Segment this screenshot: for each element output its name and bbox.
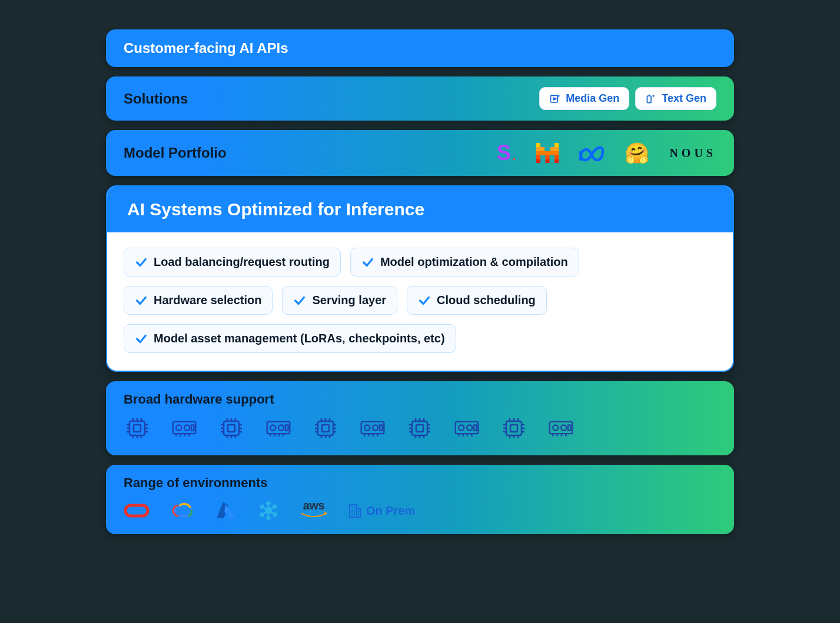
svg-rect-43 [125, 505, 148, 516]
gpu-chip-icon [265, 417, 292, 442]
svg-point-23 [278, 425, 284, 430]
svg-point-28 [364, 425, 370, 430]
gpu-chip-icon [453, 417, 480, 442]
portfolio-logos: S. 🤗 NOUS [497, 141, 716, 165]
feature-chip: Hardware selection [124, 286, 273, 315]
svg-rect-37 [506, 421, 522, 435]
feature-chip: Model asset management (LoRAs, checkpoin… [124, 324, 456, 353]
building-icon [348, 503, 361, 518]
feature-chip-label: Serving layer [312, 294, 386, 307]
svg-rect-12 [555, 159, 559, 163]
svg-rect-8 [546, 155, 550, 159]
check-icon [418, 294, 431, 307]
row-solutions-title: Solutions [124, 91, 188, 107]
huggingface-logo: 🤗 [625, 141, 649, 165]
cpu-chip-icon [500, 417, 527, 442]
svg-rect-18 [191, 425, 194, 430]
oracle-logo [124, 500, 150, 521]
feature-chip-label: Model optimization & compilation [380, 255, 568, 269]
feature-chip-label: Cloud scheduling [437, 294, 536, 307]
svg-rect-3 [555, 143, 559, 147]
gpu-chip-icon [547, 417, 575, 442]
check-icon [135, 332, 148, 345]
mistral-logo [536, 143, 559, 163]
pill-text-gen-label: Text Gen [662, 92, 706, 105]
check-icon [135, 256, 148, 269]
card-ai-systems: AI Systems Optimized for Inference Load … [106, 185, 734, 372]
row-environments-title: Range of environments [124, 475, 716, 491]
pill-media-gen-label: Media Gen [566, 92, 619, 105]
svg-rect-38 [510, 425, 517, 432]
feature-chip: Serving layer [282, 286, 397, 315]
svg-rect-10 [536, 159, 540, 163]
cpu-chip-icon [218, 417, 245, 442]
svg-rect-20 [228, 425, 235, 432]
environments-row: aws On Prem [124, 500, 716, 521]
check-icon [135, 294, 148, 307]
svg-rect-19 [224, 421, 239, 435]
row-apis-title: Customer-facing AI APIs [124, 40, 288, 56]
svg-point-40 [553, 425, 558, 430]
snowflake-logo [258, 500, 279, 521]
meta-logo [579, 144, 605, 162]
feature-chip: Cloud scheduling [407, 286, 547, 315]
feature-chip: Load balancing/request routing [124, 248, 341, 276]
svg-rect-14 [134, 425, 141, 432]
gpu-chip-icon [171, 417, 198, 442]
svg-point-35 [467, 425, 472, 430]
svg-rect-7 [536, 155, 540, 159]
svg-rect-6 [536, 151, 559, 155]
feature-chip-label: Hardware selection [154, 294, 261, 307]
svg-point-17 [184, 425, 190, 430]
diagram-stack: Customer-facing AI APIs Solutions Media … [106, 29, 734, 534]
text-gen-icon [645, 93, 657, 105]
svg-rect-30 [380, 425, 383, 430]
onprem-label: On Prem [348, 503, 415, 518]
svg-rect-31 [412, 421, 427, 435]
svg-rect-45 [350, 505, 357, 517]
azure-logo [215, 500, 237, 521]
svg-rect-24 [285, 425, 288, 430]
check-icon [293, 294, 306, 307]
svg-rect-9 [555, 155, 559, 159]
row-solutions: Solutions Media Gen Text Gen [106, 76, 734, 121]
card-ai-systems-body: Load balancing/request routingModel opti… [107, 232, 733, 371]
row-hardware-title: Broad hardware support [124, 392, 716, 407]
check-icon [361, 256, 374, 269]
svg-point-16 [176, 425, 181, 430]
svg-point-29 [373, 425, 378, 430]
gcp-logo [171, 500, 194, 521]
stability-logo: S. [497, 141, 517, 165]
svg-rect-42 [568, 425, 571, 430]
svg-rect-26 [322, 425, 329, 432]
hardware-icons-row [124, 417, 716, 442]
row-apis: Customer-facing AI APIs [106, 29, 734, 67]
nous-logo: NOUS [669, 146, 716, 160]
row-environments: Range of environments [106, 465, 734, 534]
svg-rect-1 [648, 96, 652, 103]
svg-rect-2 [536, 143, 540, 147]
pill-text-gen: Text Gen [635, 87, 716, 110]
feature-chip: Model optimization & compilation [350, 248, 579, 276]
feature-chip-label: Model asset management (LoRAs, checkpoin… [154, 332, 445, 345]
gpu-chip-icon [359, 417, 386, 442]
svg-point-22 [270, 425, 275, 430]
svg-rect-36 [474, 425, 477, 430]
row-portfolio: Model Portfolio S. 🤗 NOUS [106, 130, 734, 176]
row-hardware: Broad hardware support [106, 381, 734, 455]
cpu-chip-icon [406, 417, 433, 442]
svg-rect-44 [265, 508, 271, 514]
pill-media-gen: Media Gen [539, 87, 629, 110]
row-portfolio-title: Model Portfolio [124, 145, 227, 161]
svg-rect-5 [550, 147, 559, 151]
media-gen-icon [549, 93, 561, 105]
card-ai-systems-title: AI Systems Optimized for Inference [107, 186, 733, 232]
svg-rect-11 [546, 159, 550, 163]
svg-rect-13 [130, 421, 145, 435]
cpu-chip-icon [124, 417, 151, 442]
feature-chip-label: Load balancing/request routing [154, 255, 330, 269]
svg-rect-25 [318, 421, 333, 435]
svg-rect-4 [536, 147, 544, 151]
svg-point-41 [561, 425, 566, 430]
svg-rect-32 [416, 425, 423, 432]
